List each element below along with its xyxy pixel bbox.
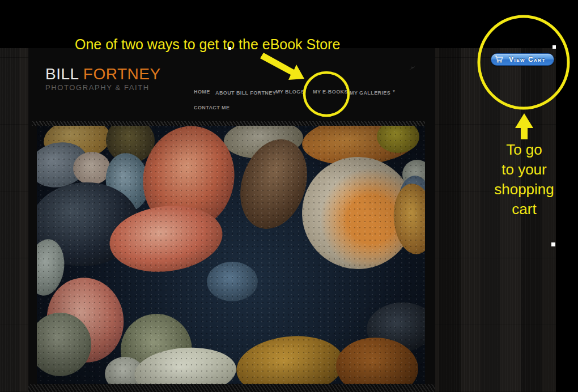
chevron-down-icon: ▾: [393, 89, 395, 93]
marker-dot: [551, 242, 555, 246]
nav-my-ebooks[interactable]: MY E-BOOKS: [313, 89, 348, 95]
logo-last-name: FORTNEY: [83, 65, 161, 83]
fleuron-icon: [408, 63, 417, 73]
nav-about-bill-fortney[interactable]: ABOUT BILL FORTNEY▾: [215, 89, 280, 96]
stones-photo: [37, 126, 425, 384]
nav-contact-me[interactable]: CONTACT ME: [194, 105, 230, 110]
nav-home[interactable]: HOME: [194, 89, 210, 95]
annotation-line: shopping: [484, 180, 564, 199]
annotation-title: One of two ways to get to the eBook Stor…: [75, 36, 340, 53]
photo-vignette: [37, 126, 425, 384]
texture-strip: [32, 121, 425, 126]
logo-tagline: PHOTOGRAPHY & FAITH: [45, 84, 161, 91]
nav-my-galleries[interactable]: MY GALLERIES▾: [350, 89, 395, 96]
nav-my-galleries-label: MY GALLERIES: [350, 90, 390, 96]
nav-about-label: ABOUT BILL FORTNEY: [215, 90, 276, 96]
texture-strip: [28, 384, 435, 392]
view-cart-label: View Cart: [507, 56, 548, 63]
shopping-cart-icon: [495, 56, 503, 63]
marker-dot: [228, 47, 231, 50]
nav-my-blogs[interactable]: MY BLOGS: [275, 89, 304, 95]
annotation-line: To go: [484, 140, 564, 160]
site-logo[interactable]: BILL FORTNEY PHOTOGRAPHY & FAITH: [45, 66, 161, 91]
annotation-cart-note: To go to your shopping cart: [484, 140, 564, 219]
annotation-line: to your: [484, 160, 564, 180]
annotation-line: cart: [484, 199, 564, 219]
logo-first-name: BILL: [45, 65, 79, 83]
marker-dot: [552, 45, 556, 49]
view-cart-button[interactable]: View Cart: [491, 53, 554, 66]
website-content: BILL FORTNEY PHOTOGRAPHY & FAITH HOME AB…: [28, 48, 435, 392]
